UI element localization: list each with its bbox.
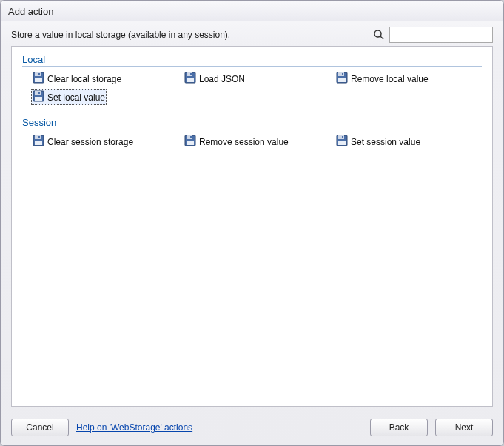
footer: Cancel Help on 'WebStorage' actions Back…: [1, 413, 503, 445]
svg-rect-5: [35, 78, 42, 82]
svg-rect-16: [38, 92, 40, 94]
svg-rect-17: [35, 97, 42, 101]
action-remove-local-value[interactable]: Remove local value: [335, 71, 482, 87]
svg-rect-20: [38, 136, 40, 138]
svg-rect-13: [338, 78, 346, 82]
action-load-json[interactable]: Load JSON: [183, 71, 330, 87]
disk-icon: [184, 135, 196, 149]
action-clear-session-storage[interactable]: Clear session storage: [31, 134, 178, 149]
svg-rect-4: [38, 73, 40, 75]
disk-icon: [33, 90, 44, 104]
back-button[interactable]: Back: [370, 419, 428, 436]
help-link[interactable]: Help on 'WebStorage' actions: [76, 422, 192, 433]
svg-rect-24: [190, 136, 192, 138]
group-local: Local Clear local storage: [22, 54, 482, 105]
group-grid-local: Clear local storage Load JSON: [22, 71, 482, 105]
svg-rect-9: [187, 78, 194, 82]
action-label: Clear session storage: [47, 137, 133, 147]
svg-rect-21: [35, 141, 42, 145]
action-clear-local-storage[interactable]: Clear local storage: [31, 71, 178, 87]
group-grid-session: Clear session storage Remove session val…: [22, 134, 482, 149]
title-bar: Add action: [1, 1, 503, 21]
action-label: Set local value: [47, 92, 105, 103]
action-set-session-value[interactable]: Set session value: [335, 134, 482, 149]
svg-rect-29: [338, 141, 346, 145]
action-label: Remove local value: [351, 74, 429, 84]
svg-line-1: [380, 36, 383, 39]
action-label: Clear local storage: [47, 74, 121, 84]
action-set-local-value[interactable]: Set local value: [31, 89, 107, 105]
action-label: Remove session value: [199, 137, 289, 147]
content-panel: Local Clear local storage: [11, 46, 493, 407]
search-icon: [373, 29, 385, 41]
description-row: Store a value in local storage (availabl…: [1, 21, 503, 46]
disk-icon: [336, 72, 348, 86]
disk-icon: [184, 72, 196, 86]
action-remove-session-value[interactable]: Remove session value: [183, 134, 330, 149]
action-label: Set session value: [351, 137, 420, 147]
group-session: Session Clear session storage: [22, 117, 482, 149]
disk-icon: [33, 72, 44, 86]
svg-rect-8: [190, 73, 192, 75]
disk-icon: [33, 135, 44, 149]
search-input[interactable]: [389, 27, 493, 43]
disk-icon: [336, 135, 348, 149]
svg-rect-28: [342, 136, 343, 138]
cancel-button[interactable]: Cancel: [11, 419, 69, 436]
description-text: Store a value in local storage (availabl…: [11, 30, 373, 40]
dialog-title: Add action: [8, 6, 53, 17]
action-label: Load JSON: [199, 74, 245, 84]
group-header-session: Session: [22, 117, 482, 129]
svg-point-0: [374, 30, 381, 37]
group-header-local: Local: [22, 54, 482, 67]
next-button[interactable]: Next: [435, 419, 493, 436]
svg-rect-12: [342, 73, 343, 75]
dialog-window: Add action Store a value in local storag…: [0, 0, 504, 446]
svg-rect-25: [187, 141, 194, 145]
